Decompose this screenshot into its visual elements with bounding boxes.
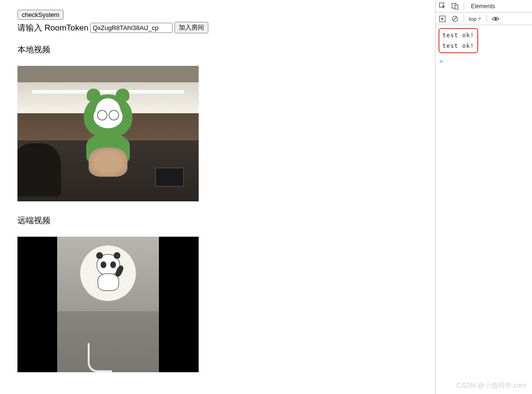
console-output: test ok! test ok!: [436, 25, 532, 56]
devtools-panel: Elements top ▼ test ok! test ok! >: [435, 0, 532, 394]
local-video-title: 本地视频: [17, 44, 418, 55]
join-room-button[interactable]: 加入房间: [174, 22, 208, 33]
console-highlight: test ok! test ok!: [438, 28, 478, 53]
chevron-down-icon: ▼: [478, 16, 482, 21]
remote-video-stream: [17, 237, 199, 372]
inspect-element-icon[interactable]: [438, 2, 446, 10]
context-label: top: [469, 16, 476, 22]
svg-rect-2: [455, 5, 458, 9]
console-toolbar: top ▼: [436, 13, 532, 25]
devtools-tabs: Elements: [436, 0, 532, 13]
token-prompt-label: 请输入 RoomToken: [17, 22, 88, 33]
check-system-button[interactable]: checkSystem: [17, 10, 63, 20]
clear-console-icon[interactable]: [451, 15, 459, 23]
local-video-stream: [17, 66, 199, 201]
eye-icon[interactable]: [492, 15, 500, 23]
console-prompt[interactable]: >: [436, 56, 532, 67]
context-selector[interactable]: top ▼: [469, 16, 482, 22]
remote-video-title: 远端视频: [17, 215, 418, 226]
console-line: test ok!: [442, 30, 474, 41]
play-icon[interactable]: [438, 15, 446, 23]
tab-elements[interactable]: Elements: [469, 3, 497, 10]
room-token-input[interactable]: [90, 23, 172, 33]
svg-line-5: [453, 17, 457, 21]
page-main: checkSystem 请输入 RoomToken 加入房间 本地视频 远端视频: [0, 0, 435, 394]
svg-point-6: [495, 17, 497, 20]
device-toolbar-icon[interactable]: [451, 2, 459, 10]
console-line: test ok!: [442, 41, 474, 51]
token-row: 请输入 RoomToken 加入房间: [17, 22, 418, 33]
